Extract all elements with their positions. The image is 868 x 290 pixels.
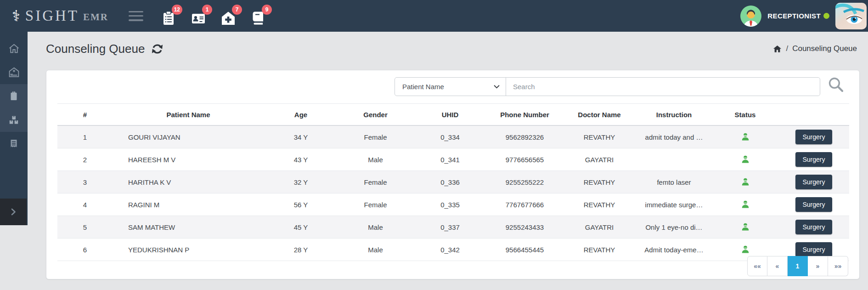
cell-patient-name: RAGINI M bbox=[113, 193, 264, 216]
col-header-uhid: UHID bbox=[413, 104, 487, 126]
patient-status-icon[interactable] bbox=[741, 132, 750, 142]
filter-selected-value: Patient Name bbox=[402, 83, 444, 91]
cell-age: 43 Y bbox=[264, 148, 338, 171]
pagination-last-button[interactable]: »» bbox=[828, 256, 848, 276]
brand-logo[interactable]: ⚕ SIGHT EMR bbox=[12, 7, 108, 24]
main-content: Counseling Queue / Counseling Queue Pati… bbox=[28, 32, 868, 290]
home-icon bbox=[773, 45, 782, 53]
surgery-button[interactable]: Surgery bbox=[795, 152, 832, 167]
cell-uhid: 0_337 bbox=[413, 216, 487, 239]
cell-phone: 9566455445 bbox=[487, 239, 563, 261]
surgery-button[interactable]: Surgery bbox=[795, 130, 832, 144]
cell-instruction: Only 1 eye-no di… bbox=[636, 216, 712, 239]
table-row: 1 GOURI VIJAYAN 34 Y Female 0_334 956289… bbox=[57, 125, 849, 148]
cell-num: 5 bbox=[57, 216, 113, 239]
cell-gender: Female bbox=[338, 193, 413, 216]
counseling-queue-nav-button[interactable]: 12 bbox=[161, 6, 178, 27]
sidebar-expand-button[interactable] bbox=[0, 199, 27, 225]
hamburger-menu-icon[interactable] bbox=[129, 11, 143, 21]
pagination-page-1[interactable]: 1 bbox=[788, 256, 808, 276]
records-nav-button[interactable]: 9 bbox=[250, 6, 268, 27]
cell-age: 34 Y bbox=[264, 125, 338, 148]
clipboard-icon bbox=[8, 90, 20, 102]
patient-card-nav-button[interactable]: 1 bbox=[191, 6, 208, 27]
pagination-next-button[interactable]: » bbox=[808, 256, 828, 276]
notification-badge: 1 bbox=[202, 5, 212, 15]
surgery-button[interactable]: Surgery bbox=[795, 242, 832, 257]
col-header-status: Status bbox=[712, 104, 778, 126]
user-avatar[interactable] bbox=[740, 6, 761, 27]
cell-age: 32 Y bbox=[264, 171, 338, 193]
search-icon bbox=[828, 76, 845, 93]
boxes-icon bbox=[8, 114, 20, 126]
cell-patient-name: HAREESH M V bbox=[113, 148, 264, 171]
surgery-button[interactable]: Surgery bbox=[795, 220, 832, 234]
hospital-building-icon bbox=[8, 66, 20, 79]
cell-num: 4 bbox=[57, 193, 113, 216]
pagination-prev-button[interactable]: « bbox=[767, 256, 788, 276]
receipt-icon bbox=[8, 138, 20, 150]
cell-instruction: immediate surge… bbox=[636, 193, 712, 216]
notification-badge: 7 bbox=[232, 5, 242, 15]
surgery-button[interactable]: Surgery bbox=[795, 175, 832, 189]
cell-patient-name: GOURI VIJAYAN bbox=[113, 125, 264, 148]
cell-gender: Male bbox=[338, 216, 413, 239]
cell-num: 2 bbox=[57, 148, 113, 171]
cell-patient-name: YEDUKRISHNAN P bbox=[113, 239, 264, 261]
patient-status-icon[interactable] bbox=[741, 200, 750, 209]
breadcrumb: / Counseling Queue bbox=[773, 44, 857, 53]
chevron-down-icon bbox=[494, 85, 500, 89]
cell-patient-name: HARITHA K V bbox=[113, 171, 264, 193]
sidebar-active-zone bbox=[0, 84, 28, 132]
patient-status-icon[interactable] bbox=[741, 177, 750, 187]
top-bar: ⚕ SIGHT EMR 12 1 bbox=[0, 0, 868, 32]
admission-nav-button[interactable]: 7 bbox=[220, 6, 238, 27]
col-header-age: Age bbox=[264, 104, 338, 126]
brand-name: SIGHT bbox=[25, 7, 79, 24]
breadcrumb-home-button[interactable] bbox=[773, 45, 782, 53]
col-header-instruction: Instruction bbox=[636, 104, 712, 126]
cell-doctor: REVATHY bbox=[563, 193, 636, 216]
search-button[interactable] bbox=[828, 76, 845, 95]
cell-phone: 9255243433 bbox=[487, 216, 563, 239]
chevron-right-icon bbox=[8, 206, 19, 217]
cell-gender: Female bbox=[338, 125, 413, 148]
cell-instruction: Admit today-eme… bbox=[636, 239, 712, 261]
cell-uhid: 0_336 bbox=[413, 171, 487, 193]
refresh-button[interactable] bbox=[151, 43, 163, 55]
table-row: 2 HAREESH M V 43 Y Male 0_341 9776656565… bbox=[57, 148, 849, 171]
search-input[interactable] bbox=[506, 78, 820, 96]
pagination: «« « 1 » »» bbox=[747, 256, 848, 276]
patient-status-icon[interactable] bbox=[741, 222, 750, 232]
cell-num: 6 bbox=[57, 239, 113, 261]
sidebar-item-billing[interactable] bbox=[0, 132, 28, 156]
caduceus-icon: ⚕ bbox=[12, 8, 20, 23]
notification-badge: 9 bbox=[262, 5, 272, 15]
cell-age: 56 Y bbox=[264, 193, 338, 216]
top-nav-icons: 12 1 7 bbox=[161, 6, 268, 27]
col-header-num: # bbox=[57, 104, 113, 126]
sidebar-item-counseling[interactable] bbox=[0, 84, 28, 108]
cell-gender: Male bbox=[338, 239, 413, 261]
table-header-row: # Patient Name Age Gender UHID Phone Num… bbox=[57, 104, 849, 126]
cell-doctor: REVATHY bbox=[563, 239, 636, 261]
cell-patient-name: SAM MATHEW bbox=[113, 216, 264, 239]
sidebar-item-hospital[interactable] bbox=[0, 60, 28, 84]
patient-status-icon[interactable] bbox=[741, 245, 750, 254]
col-header-phone: Phone Number bbox=[487, 104, 563, 126]
cell-uhid: 0_335 bbox=[413, 193, 487, 216]
surgery-button[interactable]: Surgery bbox=[795, 197, 832, 212]
cell-phone: 9776656565 bbox=[487, 148, 563, 171]
cell-uhid: 0_341 bbox=[413, 148, 487, 171]
cell-doctor: REVATHY bbox=[563, 171, 636, 193]
sidebar-item-inventory[interactable] bbox=[0, 108, 28, 132]
search-filter-select[interactable]: Patient Name bbox=[395, 78, 506, 96]
user-role-label: RECEPTIONIST bbox=[767, 12, 821, 20]
table-row: 4 RAGINI M 56 Y Female 0_335 7767677666 … bbox=[57, 193, 849, 216]
pagination-first-button[interactable]: «« bbox=[747, 256, 767, 276]
sidebar-item-home[interactable] bbox=[0, 36, 28, 60]
table-row: 6 YEDUKRISHNAN P 28 Y Male 0_342 9566455… bbox=[57, 239, 849, 261]
cell-phone: 7767677666 bbox=[487, 193, 563, 216]
page-title: Counseling Queue bbox=[46, 42, 145, 56]
patient-status-icon[interactable] bbox=[741, 155, 750, 164]
